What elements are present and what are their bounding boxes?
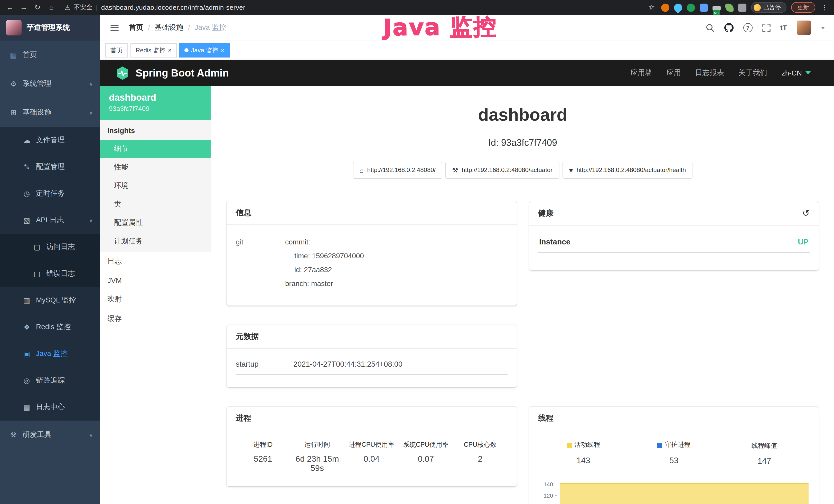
locale-value: zh-CN xyxy=(782,69,802,77)
sba-menu-scheduled-tasks[interactable]: 计划任务 xyxy=(100,232,211,251)
info-card: 信息 git commit: time: 1596289704000 id: 2… xyxy=(226,201,517,305)
extension-icon-leaf[interactable] xyxy=(725,3,733,12)
font-size-icon[interactable]: tT xyxy=(780,24,787,32)
bookmark-star-icon[interactable]: ☆ xyxy=(647,0,656,15)
sidebar-item-label: 定时任务 xyxy=(36,189,65,198)
help-icon[interactable]: ? xyxy=(743,23,752,32)
sidebar-item-java-monitor[interactable]: ▣ Java 监控 xyxy=(0,340,100,367)
page-title: dashboard xyxy=(211,103,834,126)
tab-java-monitor[interactable]: Java 监控 × xyxy=(179,43,229,58)
sidebar-item-redis[interactable]: ❖ Redis 监控 xyxy=(0,314,100,340)
sba-menu-caches[interactable]: 缓存 xyxy=(100,309,211,329)
sidebar-item-config[interactable]: ✎ 配置管理 xyxy=(0,154,100,180)
info-label: git xyxy=(236,235,285,291)
app-header: 首页 / 基础设施 / Java 监控 ? xyxy=(100,15,834,41)
tab-redis-monitor[interactable]: Redis 监控 × xyxy=(130,43,177,58)
stat-pid: 进程ID 5261 xyxy=(236,441,290,473)
sidebar-item-label: 错误日志 xyxy=(46,269,75,278)
back-icon[interactable]: ← xyxy=(5,0,14,15)
sba-menu-classes[interactable]: 类 xyxy=(100,195,211,214)
user-avatar[interactable] xyxy=(797,21,811,35)
fullscreen-icon[interactable] xyxy=(762,24,771,32)
link-url: http://192.168.0.2:48080/actuator/health xyxy=(577,167,686,174)
locale-select[interactable]: zh-CN xyxy=(782,69,811,77)
extension-icon-drop[interactable] xyxy=(672,2,683,13)
extension-toggle-icon[interactable]: on xyxy=(712,5,721,10)
sba-menu-mappings[interactable]: 映射 xyxy=(100,290,211,309)
stat-process-cpu: 进程CPU使用率 0.04 xyxy=(345,441,399,473)
close-icon[interactable]: × xyxy=(168,47,172,53)
sba-menu-env[interactable]: 环境 xyxy=(100,177,211,195)
extensions-puzzle-icon[interactable] xyxy=(738,3,746,12)
address-bar[interactable]: ⚠ 不安全 | dashboard.yudao.iocoder.cn/infra… xyxy=(61,1,642,14)
health-url-link[interactable]: ♥ http://192.168.0.2:48080/actuator/heal… xyxy=(562,162,693,179)
tab-label: Java 监控 xyxy=(191,46,218,55)
sba-menu-metrics[interactable]: 性能 xyxy=(100,158,211,177)
tab-home[interactable]: 首页 xyxy=(105,43,128,58)
sidebar-menu: ▦ 首页 ⚙ 系统管理 ∨ ⊞ 基础设施 ∧ ☁ 文件管理 xyxy=(0,41,100,449)
sba-menu-jvm[interactable]: JVM xyxy=(100,271,211,290)
sidebar-item-system[interactable]: ⚙ 系统管理 ∨ xyxy=(0,69,100,98)
security-warning-icon: ⚠ xyxy=(65,4,70,11)
sidebar-item-label: MySQL 监控 xyxy=(36,296,76,305)
sidebar-item-trace[interactable]: ◎ 链路追踪 xyxy=(0,367,100,394)
threads-chart: 140 120 100 xyxy=(538,481,810,504)
sidebar-item-mysql[interactable]: ▥ MySQL 监控 xyxy=(0,287,100,314)
sba-brand[interactable]: Spring Boot Admin xyxy=(115,66,229,80)
browser-profile-chip[interactable]: 已暂停 xyxy=(751,2,787,13)
search-icon[interactable] xyxy=(706,23,715,32)
sidebar-item-file[interactable]: ☁ 文件管理 xyxy=(0,127,100,154)
sidebar-item-label: 研发工具 xyxy=(23,430,51,439)
forward-icon[interactable]: → xyxy=(19,0,28,15)
nav-applications[interactable]: 应用 xyxy=(666,68,681,77)
breadcrumb-home[interactable]: 首页 xyxy=(129,23,143,32)
close-icon[interactable]: × xyxy=(221,47,224,53)
git-time-line: time: 1596289704000 xyxy=(285,249,507,263)
instance-header[interactable]: dashboard 93a3fc7f7409 xyxy=(100,86,211,120)
browser-menu-icon[interactable]: ⋮ xyxy=(820,0,829,15)
sidebar-item-label: 系统管理 xyxy=(23,79,51,88)
app-logo-image xyxy=(6,20,22,36)
browser-home-icon[interactable]: ⌂ xyxy=(47,0,56,15)
sba-menu-configprops[interactable]: 配置属性 xyxy=(100,214,211,232)
sidebar-item-api-log[interactable]: ▧ API 日志 ∧ xyxy=(0,207,100,234)
service-url-link[interactable]: ⌂ http://192.168.0.2:48080/ xyxy=(353,162,443,179)
avatar-caret-icon[interactable] xyxy=(821,26,825,29)
timer-icon: ◷ xyxy=(23,189,31,198)
sidebar-item-log-center[interactable]: ▤ 日志中心 xyxy=(0,394,100,420)
legend-live-threads: 活动线程 143 xyxy=(538,441,629,466)
sidebar-item-devtools[interactable]: ⚒ 研发工具 ∨ xyxy=(0,420,100,449)
nav-about[interactable]: 关于我们 xyxy=(739,68,767,77)
extension-icon-orange[interactable] xyxy=(661,3,669,12)
page-subtitle: Id: 93a3fc7f7409 xyxy=(211,138,834,148)
sba-menu-logs[interactable]: 日志 xyxy=(100,252,211,271)
sidebar-item-access-log[interactable]: ▢ 访问日志 xyxy=(0,234,100,260)
card-title: 元数据 xyxy=(226,325,517,349)
sidebar-toggle-icon[interactable] xyxy=(108,23,121,33)
wrench-icon: ⚒ xyxy=(452,166,458,174)
extension-icon-grid[interactable] xyxy=(699,3,708,12)
process-card: 进程 进程ID 5261 运行时间 xyxy=(226,407,517,486)
nav-wallboard[interactable]: 应用墙 xyxy=(631,68,652,77)
health-instance-row[interactable]: Instance UP xyxy=(538,233,810,253)
sidebar-item-home[interactable]: ▦ 首页 xyxy=(0,41,100,69)
nav-journal[interactable]: 日志报表 xyxy=(695,68,724,77)
insights-section-label: Insights xyxy=(100,120,211,140)
extension-icon-green[interactable] xyxy=(686,3,695,12)
chrome-update-button[interactable]: 更新 xyxy=(791,2,815,13)
sidebar-item-infra[interactable]: ⊞ 基础设施 ∧ xyxy=(0,98,100,127)
app-title: 芋道管理系统 xyxy=(27,23,70,32)
breadcrumb-infra[interactable]: 基础设施 xyxy=(155,23,183,32)
app-logo[interactable]: 芋道管理系统 xyxy=(0,15,100,41)
on-badge: on xyxy=(712,10,720,15)
history-icon[interactable]: ↺ xyxy=(803,208,810,219)
github-icon[interactable] xyxy=(724,23,733,32)
instance-links: ⌂ http://192.168.0.2:48080/ ⚒ http://192… xyxy=(211,162,834,179)
sidebar-item-error-log[interactable]: ▢ 错误日志 xyxy=(0,260,100,287)
sba-menu-details[interactable]: 细节 xyxy=(100,140,211,158)
instance-id: 93a3fc7f7409 xyxy=(109,105,202,112)
sba-logo-icon xyxy=(115,66,129,80)
actuator-url-link[interactable]: ⚒ http://192.168.0.2:48080/actuator xyxy=(445,162,559,179)
sidebar-item-job[interactable]: ◷ 定时任务 xyxy=(0,180,100,207)
reload-icon[interactable]: ↻ xyxy=(33,0,42,15)
